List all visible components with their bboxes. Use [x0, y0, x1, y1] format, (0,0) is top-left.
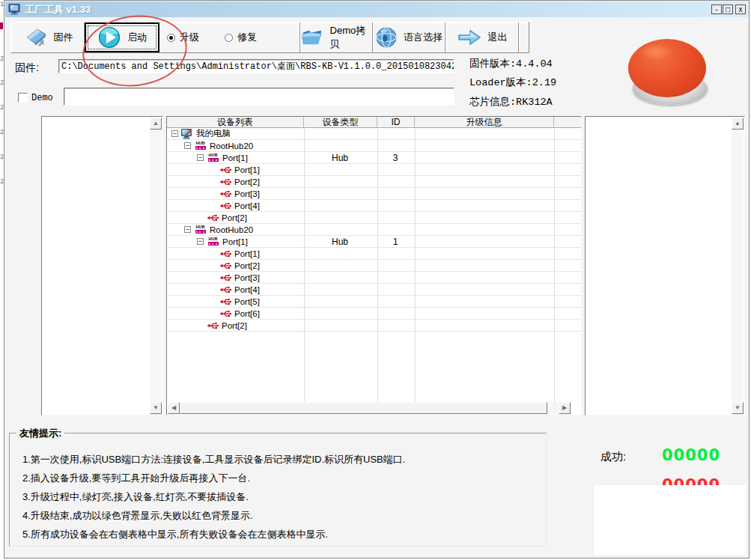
toolbar: 固件 启动 升级 修复 Demo拷贝 — [10, 22, 529, 53]
column-divider — [554, 129, 555, 404]
tip-line: 3.升级过程中,绿灯亮,接入设备,红灯亮,不要拔插设备. — [22, 490, 249, 504]
col-device-list: 设备列表 — [167, 117, 304, 127]
tree-row[interactable]: Port[5] — [167, 296, 581, 308]
app-icon — [8, 4, 20, 15]
repair-radio[interactable] — [225, 34, 233, 42]
device-id-cell: 3 — [377, 153, 414, 163]
usb-icon — [219, 310, 231, 317]
tree-node-label: Port[2] — [234, 261, 260, 270]
start-button[interactable]: 启动 — [85, 22, 159, 52]
firmware-version-text: 固件版本:4.4.04 — [469, 57, 553, 70]
tree-row[interactable]: Port[6] — [167, 308, 581, 320]
success-devices-panel: ▲ ▼ — [585, 116, 745, 416]
scroll-down-icon[interactable]: ▼ — [732, 402, 744, 414]
tree-row[interactable]: − HUB Port[1]Hub1 — [167, 236, 581, 248]
tree-node-label: Port[3] — [234, 273, 260, 282]
tree-node-label: RootHub20 — [210, 225, 253, 234]
minimize-button[interactable]: - — [711, 4, 722, 14]
scroll-up-icon[interactable]: ▲ — [732, 118, 744, 130]
hscroll-thumb[interactable] — [180, 402, 547, 414]
demo-copy-label: Demo拷贝 — [330, 24, 372, 51]
firmware-path-input[interactable]: C:\Documents and Settings\Administrator\… — [58, 59, 454, 73]
firmware-button[interactable]: 固件 — [11, 22, 85, 52]
language-select-label: 语言选择 — [404, 31, 443, 44]
tree-node-label: Port[2] — [222, 321, 247, 330]
scroll-right-icon[interactable]: ▶ — [559, 402, 571, 414]
tree-row[interactable]: Port[1] — [167, 164, 581, 176]
col-id: ID — [377, 117, 415, 127]
tree-row[interactable]: Port[2] — [167, 176, 581, 188]
tree-row[interactable]: Port[4] — [167, 284, 581, 296]
tree-node-label: Port[1] — [222, 153, 248, 162]
scroll-left-icon[interactable]: ◀ — [168, 402, 180, 414]
scroll-down-icon[interactable]: ▼ — [150, 402, 162, 414]
tree-row[interactable]: Port[3] — [167, 188, 581, 200]
success-counter-label: 成功: — [601, 450, 626, 464]
globe-icon — [375, 26, 398, 49]
edge-artifact-glyph: 2 — [0, 104, 4, 112]
tree-row[interactable]: − HUB Port[1]Hub3 — [167, 152, 581, 164]
tree-row[interactable]: − HUB RootHub20 — [167, 140, 581, 152]
device-tree-panel: 设备列表 设备类型 ID 升级信息 − 我的电脑− HUB RootHub20−… — [166, 116, 582, 416]
mode-radio-group: 升级 修复 — [159, 22, 300, 52]
expander-minus-icon[interactable]: − — [197, 154, 204, 161]
window-title: 工厂工具 v1.33 — [25, 3, 91, 16]
tree-node-label: Port[1] — [234, 165, 260, 174]
hub-icon: HUB — [194, 141, 207, 150]
tip-line: 2.插入设备升级,要等到工具开始升级后再接入下一台. — [22, 472, 250, 485]
col-upgrade-info: 升级信息 — [415, 117, 554, 127]
tree-row[interactable]: Port[2] — [167, 260, 581, 272]
tree-node-label: RootHub20 — [210, 141, 253, 150]
close-button[interactable]: x — [735, 4, 746, 14]
usb-icon — [219, 298, 231, 305]
language-select-button[interactable]: 语言选择 — [373, 22, 446, 52]
right-panel-scrollbar[interactable] — [732, 118, 744, 416]
tip-line: 5.所有成功设备会在右侧表格中显示,所有失败设备会在左侧表格中显示. — [22, 528, 328, 541]
expander-minus-icon[interactable]: − — [197, 238, 204, 245]
failed-devices-panel: ▲ ▼ — [41, 116, 163, 416]
toolbar-filler — [519, 22, 529, 52]
tree-node-label: Port[3] — [234, 189, 260, 198]
demo-checkbox-label: Demo — [31, 93, 53, 103]
white-overlay — [593, 485, 746, 555]
usb-icon — [219, 250, 231, 258]
tree-row[interactable]: − HUB RootHub20 — [167, 224, 581, 236]
tree-row[interactable]: − 我的电脑 — [167, 128, 581, 140]
tips-legend: 友情提示: — [16, 427, 64, 440]
edge-artifact-glyph: 1 — [0, 1, 4, 8]
tree-row[interactable]: Port[2] — [167, 212, 581, 224]
upgrade-radio[interactable] — [167, 34, 175, 42]
edge-artifact-glyph: 2 — [0, 178, 4, 186]
left-panel-scrollbar[interactable] — [150, 118, 162, 416]
hub-icon: HUB — [207, 153, 219, 162]
demo-path-input[interactable] — [64, 88, 454, 106]
tip-line: 1.第一次使用,标识USB端口方法:连接设备,工具显示设备后记录绑定ID.标识所… — [22, 453, 405, 466]
tree-row[interactable]: Port[2] — [167, 320, 581, 332]
hub-icon: HUB — [194, 225, 207, 234]
my-computer-icon — [181, 129, 193, 139]
exit-button[interactable]: 退出 — [446, 22, 519, 52]
edge-artifact-glyph: 2 — [0, 79, 4, 87]
tip-line: 4.升级结束,成功以绿色背景显示,失败以红色背景显示. — [22, 509, 253, 523]
expander-minus-icon[interactable]: − — [171, 130, 178, 137]
expander-minus-icon[interactable]: − — [184, 142, 191, 149]
demo-copy-button[interactable]: Demo拷贝 — [300, 22, 373, 52]
expander-minus-icon[interactable]: − — [184, 226, 191, 233]
usb-icon — [219, 178, 231, 186]
device-type-cell: Hub — [303, 153, 377, 163]
maximize-button[interactable]: □ — [723, 4, 733, 14]
tree-row[interactable]: Port[3] — [167, 272, 581, 284]
tree-node-label: Port[1] — [234, 249, 260, 258]
scroll-up-icon[interactable]: ▲ — [150, 118, 162, 130]
tree-node-label: 我的电脑 — [196, 128, 231, 139]
column-divider — [415, 129, 416, 404]
firmware-button-label: 固件 — [54, 31, 73, 44]
col-device-type: 设备类型 — [304, 117, 377, 127]
tree-row[interactable]: Port[1] — [167, 248, 581, 260]
tree-node-label: Port[4] — [234, 201, 260, 210]
tree-node-label: Port[1] — [222, 237, 248, 246]
tree-row[interactable]: Port[4] — [167, 200, 581, 212]
demo-checkbox[interactable] — [18, 93, 28, 103]
usb-icon — [219, 202, 231, 210]
focus-rect — [88, 25, 156, 49]
